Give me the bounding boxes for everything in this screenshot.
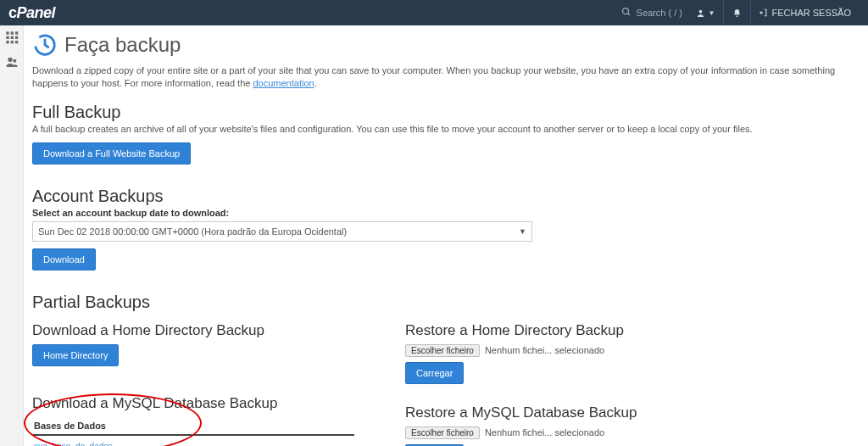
svg-point-3 [737, 15, 738, 17]
home-directory-button[interactable]: Home Directory [32, 344, 119, 366]
chevron-down-icon: ▼ [519, 227, 526, 236]
db-link[interactable]: sua_base_de_dados [34, 442, 113, 446]
svg-rect-11 [10, 41, 13, 43]
choose-file-db-button[interactable]: Escolher ficheiro [405, 426, 480, 439]
svg-point-2 [698, 9, 702, 13]
db-table-header: Bases de Dados [32, 417, 354, 435]
svg-rect-7 [6, 36, 8, 39]
chevron-down-icon: ▼ [709, 9, 715, 17]
download-home-column: Download a Home Directory Backup Home Di… [32, 317, 354, 446]
logout-label: FECHAR SESSÃO [771, 8, 851, 18]
svg-point-0 [622, 8, 628, 14]
svg-rect-5 [10, 31, 13, 34]
choose-file-db-label: Nenhum fichei... selecionado [485, 427, 604, 438]
user-menu[interactable]: ▼ [687, 0, 724, 25]
svg-point-13 [8, 58, 12, 62]
svg-rect-12 [15, 41, 18, 43]
page-title: Faça backup [64, 33, 181, 57]
restore-db-heading: Restore a MySQL Database Backup [405, 404, 727, 421]
intro-text: Download a zipped copy of your entire si… [32, 64, 860, 91]
svg-rect-9 [15, 36, 18, 39]
svg-line-1 [627, 13, 630, 15]
backup-icon [32, 32, 58, 58]
documentation-link[interactable]: documentation [253, 78, 314, 88]
search-input[interactable] [637, 8, 687, 18]
download-account-backup-button[interactable]: Download [32, 248, 96, 270]
svg-rect-6 [15, 31, 18, 34]
account-backups-label: Select an account backup date to downloa… [32, 208, 860, 218]
dl-home-heading: Download a Home Directory Backup [32, 322, 354, 339]
choose-file-home-label: Nenhum fichei... selecionado [485, 345, 604, 355]
svg-rect-8 [10, 36, 13, 39]
svg-rect-10 [6, 41, 8, 43]
sidebar [0, 25, 24, 446]
apps-icon[interactable] [5, 31, 19, 47]
restore-column: Restore a Home Directory Backup Escolher… [405, 317, 727, 446]
upload-home-button[interactable]: Carregar [405, 362, 464, 384]
partial-backups-heading: Partial Backups [32, 293, 860, 312]
database-table: Bases de Dados sua_base_de_dados sua_bas… [32, 417, 354, 446]
account-backups-heading: Account Backups [32, 187, 860, 206]
restore-home-heading: Restore a Home Directory Backup [405, 322, 727, 339]
logout-button[interactable]: FECHAR SESSÃO [750, 0, 860, 25]
users-icon[interactable] [5, 55, 19, 71]
notifications-icon[interactable] [723, 0, 750, 25]
dl-db-heading: Download a MySQL Database Backup [32, 395, 354, 412]
full-backup-desc: A full backup creates an archive of all … [32, 124, 860, 134]
cpanel-logo: cPanel [8, 4, 55, 22]
svg-point-14 [13, 59, 16, 63]
svg-rect-4 [6, 31, 8, 34]
download-full-backup-button[interactable]: Download a Full Website Backup [32, 142, 191, 164]
full-backup-heading: Full Backup [32, 103, 860, 122]
main-content: Faça backup Download a zipped copy of yo… [24, 25, 868, 446]
table-row: sua_base_de_dados [32, 435, 354, 446]
backup-date-select[interactable]: Sun Dec 02 2018 00:00:00 GMT+0000 (Hora … [32, 221, 532, 242]
top-bar: cPanel ▼ FECHAR SESSÃO [0, 0, 868, 25]
choose-file-home-button[interactable]: Escolher ficheiro [405, 344, 480, 357]
search-icon [621, 7, 632, 20]
backup-date-selected: Sun Dec 02 2018 00:00:00 GMT+0000 (Hora … [38, 226, 347, 237]
